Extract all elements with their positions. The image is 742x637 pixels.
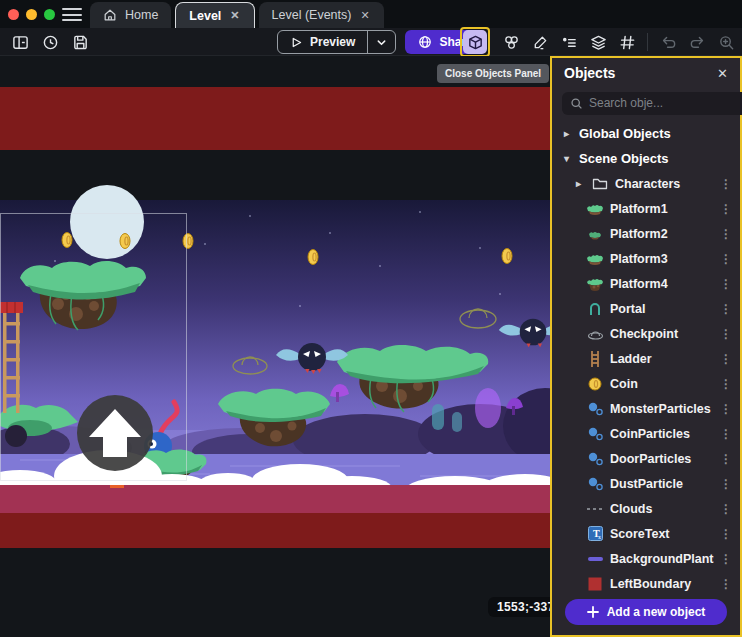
kebab-menu-icon[interactable]: ⋮: [720, 252, 730, 266]
object-item-characters[interactable]: ▸Characters⋮: [552, 171, 740, 196]
kebab-menu-icon[interactable]: ⋮: [720, 277, 730, 291]
object-label: Clouds: [610, 502, 714, 516]
object-item-platform3[interactable]: Platform3⋮: [552, 246, 740, 271]
edit-pencil-icon[interactable]: [528, 30, 552, 54]
object-label: BackgroundPlants: [610, 552, 714, 566]
purple-bar-thumbnail: [586, 551, 604, 567]
object-label: ScoreText: [610, 527, 714, 541]
object-properties-icon[interactable]: [557, 30, 581, 54]
jump-arrow-button[interactable]: [77, 395, 153, 471]
object-label: DoorParticles: [610, 452, 714, 466]
plus-icon: [587, 606, 599, 618]
kebab-menu-icon[interactable]: ⋮: [720, 502, 730, 516]
save-icon[interactable]: [68, 30, 92, 54]
tab-level-events[interactable]: Level (Events) ✕: [259, 2, 384, 28]
kebab-menu-icon[interactable]: ⋮: [720, 452, 730, 466]
preview-dropdown-icon[interactable]: [368, 37, 395, 48]
object-label: CoinParticles: [610, 427, 714, 441]
object-item-clouds[interactable]: Clouds⋮: [552, 496, 740, 521]
maximize-window-button[interactable]: [44, 9, 55, 20]
svg-text:x: x: [598, 534, 601, 540]
search-icon: [570, 97, 583, 110]
kebab-menu-icon[interactable]: ⋮: [720, 227, 730, 241]
particles-thumbnail: [586, 401, 604, 417]
platform-dirt-thumbnail: [586, 276, 604, 292]
object-item-scoretext[interactable]: TxScoreText⋮: [552, 521, 740, 546]
tab-level[interactable]: Level ✕: [175, 2, 254, 28]
particles-thumbnail: [586, 476, 604, 492]
zoom-in-icon[interactable]: [714, 30, 738, 54]
object-item-platform4[interactable]: Platform4⋮: [552, 271, 740, 296]
objects-panel-cube-icon[interactable]: [463, 30, 487, 54]
history-icon[interactable]: [38, 30, 62, 54]
section-scene-objects[interactable]: ▾ Scene Objects: [552, 146, 740, 171]
redo-icon[interactable]: [685, 30, 709, 54]
tab-home[interactable]: Home: [90, 2, 171, 28]
object-item-portal[interactable]: Portal⋮: [552, 296, 740, 321]
add-new-object-button[interactable]: Add a new object: [565, 599, 727, 625]
kebab-menu-icon[interactable]: ⋮: [720, 402, 730, 416]
caret-right-icon: ▸: [576, 178, 585, 189]
titlebar: Home Level ✕ Level (Events) ✕: [0, 0, 742, 28]
tooltip: Close Objects Panel: [437, 64, 549, 83]
tab-bar: Home Level ✕ Level (Events) ✕: [90, 0, 384, 28]
object-groups-icon[interactable]: [499, 30, 523, 54]
game-scene[interactable]: [0, 56, 550, 637]
object-item-dustparticle[interactable]: DustParticle⋮: [552, 471, 740, 496]
window-controls: [8, 9, 55, 20]
layers-icon[interactable]: [586, 30, 610, 54]
close-tab-icon[interactable]: ✕: [359, 9, 370, 22]
top-boundary-band: [0, 87, 550, 150]
object-label: LeftBoundary: [610, 577, 714, 591]
close-tab-icon[interactable]: ✕: [229, 9, 240, 22]
object-item-doorparticles[interactable]: DoorParticles⋮: [552, 446, 740, 471]
kebab-menu-icon[interactable]: ⋮: [720, 527, 730, 541]
minimize-window-button[interactable]: [26, 9, 37, 20]
object-item-leftboundary[interactable]: LeftBoundary⋮: [552, 571, 740, 591]
object-search-input[interactable]: [589, 96, 742, 110]
kebab-menu-icon[interactable]: ⋮: [720, 352, 730, 366]
object-label: Platform3: [610, 252, 714, 266]
kebab-menu-icon[interactable]: ⋮: [720, 327, 730, 341]
particles-thumbnail: [586, 451, 604, 467]
preview-button[interactable]: Preview: [277, 30, 396, 54]
scene-editor-canvas[interactable]: 1553;-337: [0, 56, 550, 637]
kebab-menu-icon[interactable]: ⋮: [720, 477, 730, 491]
kebab-menu-icon[interactable]: ⋮: [720, 427, 730, 441]
grid-icon[interactable]: [615, 30, 639, 54]
moon[interactable]: [70, 185, 144, 259]
platform-thumbnail: [586, 201, 604, 217]
object-item-coinparticles[interactable]: CoinParticles⋮: [552, 421, 740, 446]
main-menu-icon[interactable]: [62, 8, 82, 21]
kebab-menu-icon[interactable]: ⋮: [720, 302, 730, 316]
close-panel-icon[interactable]: ✕: [717, 67, 728, 80]
object-item-checkpoint[interactable]: Checkpoint⋮: [552, 321, 740, 346]
undo-icon[interactable]: [656, 30, 680, 54]
object-item-coin[interactable]: Coin⋮: [552, 371, 740, 396]
object-item-platform1[interactable]: Platform1⋮: [552, 196, 740, 221]
kebab-menu-icon[interactable]: ⋮: [720, 577, 730, 591]
object-label: Checkpoint: [610, 327, 714, 341]
open-panels-icon[interactable]: [8, 30, 32, 54]
section-global-objects[interactable]: ▸ Global Objects: [552, 121, 740, 146]
close-window-button[interactable]: [8, 9, 19, 20]
kebab-menu-icon[interactable]: ⋮: [720, 202, 730, 216]
kebab-menu-icon[interactable]: ⋮: [720, 177, 730, 191]
raspberry-band: [0, 485, 550, 513]
object-item-backgroundplants[interactable]: BackgroundPlants⋮: [552, 546, 740, 571]
object-label: Coin: [610, 377, 714, 391]
object-label: DustParticle: [610, 477, 714, 491]
object-label: Characters: [615, 177, 714, 191]
kebab-menu-icon[interactable]: ⋮: [720, 552, 730, 566]
coin-thumbnail: [586, 376, 604, 392]
ladder-thumbnail: [586, 351, 604, 367]
checkpoint-thumbnail: [586, 326, 604, 342]
text-thumbnail: Tx: [586, 526, 604, 542]
object-item-platform2[interactable]: Platform2⋮: [552, 221, 740, 246]
objects-panel: Objects ✕ ▸ Global Objects ▾ Scene Objec…: [550, 56, 742, 637]
caret-right-icon: ▸: [564, 128, 573, 139]
kebab-menu-icon[interactable]: ⋮: [720, 377, 730, 391]
object-search-box[interactable]: [562, 92, 742, 115]
object-item-ladder[interactable]: Ladder⋮: [552, 346, 740, 371]
object-item-monsterparticles[interactable]: MonsterParticles⋮: [552, 396, 740, 421]
